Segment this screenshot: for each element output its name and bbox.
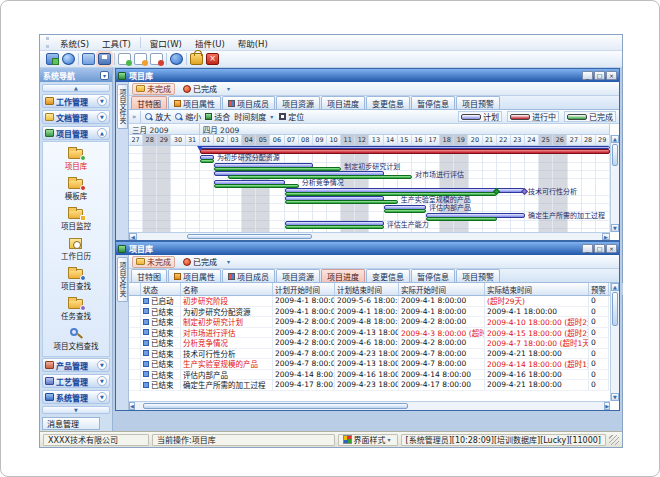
table-horizontal-scrollbar[interactable]: ◀ ▶	[129, 401, 610, 410]
sidebar-item[interactable]: 工作日历	[61, 238, 91, 261]
close-button[interactable]: ×	[606, 244, 617, 253]
table-row[interactable]: 已结束对市场进行评估2009-4-2 8:00:002009-4-13 18:0…	[129, 328, 610, 339]
minimize-button[interactable]: _	[582, 71, 593, 80]
tab-3[interactable]: 项目成员	[222, 96, 275, 109]
minimize-button[interactable]: _	[582, 244, 593, 253]
sidebar-group[interactable]: 工作管理▼	[42, 94, 110, 108]
connect-icon[interactable]	[46, 53, 59, 65]
sidebar-scroll-up-button[interactable]: ▲	[42, 84, 110, 92]
gantt-horizontal-scrollbar[interactable]: ◀ ▶	[129, 232, 610, 240]
sidebar-item[interactable]: 模板库	[65, 178, 88, 201]
gantt-vertical-scrollbar[interactable]: ▲ ▼	[610, 135, 619, 232]
help-icon[interactable]	[170, 53, 183, 65]
scroll-thumb[interactable]	[612, 292, 618, 326]
tab-6[interactable]: 变更信息	[366, 96, 410, 109]
column-header[interactable]: 计划结束时间	[335, 283, 399, 295]
sidebar-group[interactable]: 产品管理▼	[42, 358, 110, 372]
scroll-right-arrow[interactable]: ▶	[602, 233, 610, 240]
pin-icon[interactable]: ▾	[100, 71, 109, 80]
doc-delete-icon[interactable]	[150, 53, 163, 65]
tool-缩小[interactable]: 缩小	[175, 111, 201, 122]
exit-icon[interactable]	[206, 53, 219, 65]
table-vertical-scrollbar[interactable]: ▲ ▼	[610, 283, 619, 401]
sidebar-item[interactable]: 任务查找	[61, 298, 91, 321]
message-management-tab[interactable]: 消息管理	[42, 417, 100, 430]
sidebar-item[interactable]: 项目库	[65, 148, 88, 171]
filter-finished-button[interactable]: 已完成	[179, 83, 221, 95]
chevron-down-icon[interactable]: ▼	[97, 360, 107, 370]
scroll-thumb[interactable]	[612, 144, 618, 166]
column-header[interactable]: 实际开始时间	[399, 283, 485, 295]
close-button[interactable]: ×	[606, 71, 617, 80]
task-done-bar[interactable]	[285, 200, 398, 204]
scroll-right-arrow[interactable]: ▶	[604, 402, 610, 410]
tool-放大[interactable]: 放大	[145, 111, 171, 122]
sidebar-group[interactable]: 工艺管理▼	[42, 374, 110, 388]
task-done-bar[interactable]	[384, 209, 426, 213]
table-row[interactable]: 已结束制定初步研究计划2009-4-2 8:00:002009-4-8 18:0…	[129, 317, 610, 328]
table-window-titlebar[interactable]: 项目库 _ □ ×	[116, 242, 619, 255]
tab-6[interactable]: 变更信息	[366, 269, 410, 282]
task-done-bar[interactable]	[426, 217, 497, 221]
tab-2[interactable]: 项目属性	[168, 96, 221, 109]
column-header[interactable]: 预警	[589, 283, 609, 295]
tab-5[interactable]: 项目进度	[321, 269, 365, 282]
scroll-down-arrow[interactable]: ▼	[611, 393, 619, 401]
toolbar-overflow-button[interactable]: »	[132, 113, 136, 121]
column-header[interactable]: 状态	[141, 283, 181, 295]
tool-时间刻度[interactable]: 时间刻度▾	[234, 111, 275, 122]
tab-7[interactable]: 暂停信息	[411, 269, 455, 282]
chevron-down-icon[interactable]: ▼	[97, 112, 107, 122]
maximize-button[interactable]: □	[594, 244, 605, 253]
menu-item[interactable]: 帮助(H)	[232, 36, 274, 50]
tool-定位[interactable]: 定位	[279, 111, 304, 122]
gantt-window-titlebar[interactable]: 项目库 _ □ ×	[116, 69, 619, 82]
tool-适合[interactable]: 适合	[205, 111, 230, 122]
chevron-up-icon[interactable]: ▲	[97, 128, 107, 138]
scroll-thumb[interactable]	[143, 403, 408, 409]
menu-item[interactable]: 系统(S)	[54, 36, 95, 50]
tab-1[interactable]: 甘特图	[131, 96, 167, 109]
table-row[interactable]: 已结束确定生产所需的加工过程2009-4-17 8:00:002009-4-23…	[129, 380, 610, 391]
table-row[interactable]: 已启动初步研究阶段2009-4-1 8:00:002009-5-6 18:00:…	[129, 296, 610, 307]
resize-grip[interactable]	[609, 435, 619, 445]
scroll-up-arrow[interactable]: ▲	[611, 135, 619, 143]
menu-item[interactable]: 窗口(W)	[144, 36, 188, 50]
open-folder-icon[interactable]	[82, 53, 95, 65]
tab-4[interactable]: 项目资源	[276, 96, 320, 109]
scroll-left-arrow[interactable]: ◀	[129, 233, 137, 240]
scroll-up-arrow[interactable]: ▲	[611, 283, 619, 291]
menu-item[interactable]: 插件(U)	[189, 36, 231, 50]
filter-unfinished-button[interactable]: 未完成	[132, 256, 175, 268]
menu-item[interactable]: 工具(T)	[96, 36, 137, 50]
style-chooser[interactable]: 界面样式 ▾	[338, 434, 398, 446]
table-row[interactable]: 已结束技术可行性分析2009-4-7 8:00:002009-4-23 18:0…	[129, 349, 610, 360]
chevron-down-icon[interactable]: ▼	[97, 96, 107, 106]
doc-new-icon[interactable]	[118, 53, 131, 65]
sidebar-item[interactable]: 项目查找	[61, 268, 91, 291]
save-icon[interactable]	[98, 53, 111, 65]
tab-8[interactable]: 项目预警	[456, 269, 500, 282]
scroll-down-arrow[interactable]: ▼	[611, 224, 619, 232]
sidebar-item[interactable]: 项目监控	[61, 208, 91, 231]
sidebar-group[interactable]: 项目管理▲	[42, 126, 110, 140]
filter-more-button[interactable]: ▾	[225, 85, 232, 92]
maximize-button[interactable]: □	[594, 71, 605, 80]
tab-7[interactable]: 暂停信息	[411, 96, 455, 109]
tab-4[interactable]: 项目资源	[276, 269, 320, 282]
tab-5[interactable]: 项目进度	[321, 96, 365, 109]
tab-3[interactable]: 项目成员	[222, 269, 275, 282]
sidebar-group[interactable]: 文档管理▼	[42, 110, 110, 124]
lock-icon[interactable]	[190, 53, 203, 65]
chevron-down-icon[interactable]: ▼	[97, 392, 107, 402]
web-icon[interactable]	[62, 53, 75, 65]
scroll-thumb[interactable]	[187, 234, 312, 239]
column-header[interactable]: 实际结束时间	[485, 283, 589, 295]
sidebar-scroll-down-button[interactable]: ▼	[42, 406, 110, 414]
task-done-bar[interactable]	[200, 159, 214, 163]
project-folder-tab[interactable]: 项目文件夹	[117, 257, 128, 302]
project-folder-tab[interactable]: 项目文件夹	[117, 84, 128, 129]
chevron-down-icon[interactable]: ▼	[97, 376, 107, 386]
filter-unfinished-button[interactable]: 未完成	[132, 83, 175, 95]
tab-2[interactable]: 项目属性	[168, 269, 221, 282]
